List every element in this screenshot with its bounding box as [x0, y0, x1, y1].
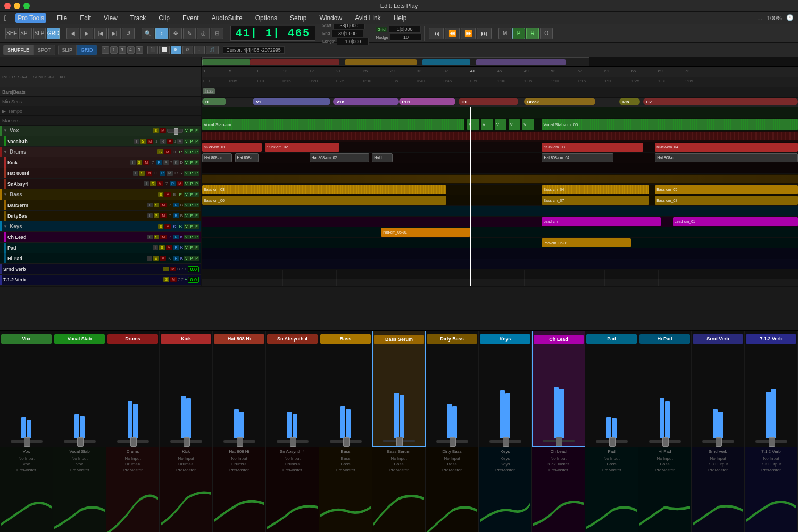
selector-tool-button[interactable]: ↕: [155, 28, 168, 39]
clip-vocal-v2[interactable]: V: [481, 119, 493, 130]
vox-pp-p2[interactable]: P: [194, 128, 199, 133]
section-pc1[interactable]: PC1: [399, 98, 455, 105]
close-button[interactable]: [4, 3, 11, 9]
keys-mute[interactable]: M: [164, 224, 171, 229]
kick-solo[interactable]: S: [137, 160, 143, 165]
kick-r[interactable]: R: [156, 160, 162, 165]
vocalstb-solo[interactable]: S: [140, 139, 146, 144]
vox-mute-button[interactable]: M: [160, 128, 166, 133]
db-pp-p[interactable]: P: [189, 213, 194, 218]
712-mute[interactable]: M: [170, 277, 177, 282]
grid-mode-button[interactable]: GRD: [47, 28, 60, 39]
vocalstb-v[interactable]: V: [177, 139, 183, 144]
nav-left-button[interactable]: ◀: [66, 28, 79, 39]
clip-nkick-01[interactable]: nKick-cm_01: [202, 143, 262, 152]
pd-pp-v[interactable]: V: [184, 245, 189, 250]
bass-pp-p[interactable]: P: [189, 192, 194, 197]
bse-pp-p2[interactable]: P: [194, 203, 199, 207]
section-c1[interactable]: C1: [459, 98, 518, 105]
sn-pp-p[interactable]: P: [189, 181, 194, 186]
hat-r[interactable]: R: [160, 171, 165, 176]
menu-view[interactable]: View: [102, 13, 120, 23]
rewind-button[interactable]: ⏪: [445, 28, 460, 39]
track-num-5[interactable]: 5: [136, 46, 143, 54]
menu-file[interactable]: File: [55, 13, 69, 23]
menu-event[interactable]: Event: [180, 13, 201, 23]
mixer-channel-vocal-stab[interactable]: Vocal Stab: [53, 331, 106, 447]
shuffle-small-button[interactable]: SHUFFLE: [4, 45, 34, 55]
track-row-drums-group[interactable]: ▼ Drums S M D P V P P: [0, 147, 201, 157]
bse-pp-p[interactable]: P: [189, 203, 194, 207]
vocalstb-pp-p2[interactable]: P: [194, 139, 199, 144]
shuffle-mode-button[interactable]: SHF: [5, 28, 18, 39]
track-num-3[interactable]: 3: [119, 46, 126, 54]
vocalstb-pp-v[interactable]: V: [184, 139, 189, 144]
monitor-b-button[interactable]: P: [512, 28, 525, 39]
drums-pp-p[interactable]: P: [189, 149, 194, 154]
hp-pp-p[interactable]: P: [189, 256, 194, 261]
pd-solo[interactable]: S: [159, 245, 165, 250]
bass-pp-p2[interactable]: P: [194, 192, 199, 197]
track-row-hat808hi[interactable]: Hat 808Hi I S M C R M 1 S 7 V P P: [0, 168, 201, 179]
nav-prev-button[interactable]: |◀: [94, 28, 107, 39]
tempo-arrow[interactable]: ▶: [2, 109, 6, 114]
drums-pp-p2[interactable]: P: [194, 149, 199, 154]
menu-audiosuite[interactable]: AudioSuite: [210, 13, 245, 23]
track-row-712verb[interactable]: 7.1.2 Verb S M 7 7 + 0.0: [0, 275, 201, 285]
pd-i[interactable]: I: [153, 245, 158, 250]
spot-mode-button[interactable]: SPT: [19, 28, 32, 39]
record-button[interactable]: R: [526, 28, 539, 39]
mixer-channel-vox[interactable]: Vox: [0, 331, 53, 447]
clip-lead-01[interactable]: Lead-cm_01: [673, 217, 798, 226]
nav-next-button[interactable]: ▶|: [108, 28, 121, 39]
hat-pp-v[interactable]: V: [184, 171, 189, 176]
keys-pp-v[interactable]: V: [184, 224, 189, 229]
hat-pp-p[interactable]: P: [189, 171, 194, 176]
ch-fader-9[interactable]: [489, 440, 521, 443]
hp-r[interactable]: R: [173, 256, 179, 261]
hat-i[interactable]: I: [133, 171, 138, 176]
clip-pad-05-01[interactable]: Pad-cm_05-01: [381, 228, 470, 237]
mixer-channel-7.1.2-verb[interactable]: 7.1.2 Verb: [745, 331, 798, 447]
scrubber-tool-button[interactable]: ◎: [197, 28, 210, 39]
zoom-tool-button[interactable]: 🔍: [142, 28, 154, 39]
clip-hat-04[interactable]: Hat t: [372, 153, 393, 162]
hat-m[interactable]: M: [167, 171, 173, 176]
ch-fader-13[interactable]: [702, 440, 734, 443]
slip-mode-button[interactable]: SLP: [33, 28, 46, 39]
keys-solo[interactable]: S: [158, 224, 164, 229]
menu-protools[interactable]: Pro Tools: [15, 13, 46, 23]
kick-pp-v[interactable]: V: [184, 160, 189, 165]
clip-dirtybass-08[interactable]: Bass-cm_08: [655, 196, 798, 205]
clip-vocal-stab-01[interactable]: Vocal Stab-cm: [202, 119, 464, 130]
clip-hat-06[interactable]: Hat 808-cm: [655, 153, 798, 162]
drums-mute[interactable]: M: [164, 149, 171, 154]
overview-timeline[interactable]: [202, 57, 798, 66]
clip-bass-03[interactable]: Bass-cm_03: [202, 185, 446, 194]
bse-r[interactable]: R: [173, 203, 179, 207]
track-row-bass-group[interactable]: ▼ Bass S M B P V P P: [0, 189, 201, 200]
ch-fader-0[interactable]: [11, 440, 43, 443]
kick-mute[interactable]: M: [143, 160, 149, 165]
ch-fader-14[interactable]: [755, 440, 787, 443]
menu-window[interactable]: Window: [317, 13, 344, 23]
hp-pp-p2[interactable]: P: [194, 256, 199, 261]
cl-i[interactable]: I: [147, 235, 153, 239]
track-row-dirtybas[interactable]: DirtyBas I S M 7 R B V P P: [0, 211, 201, 221]
mixer-channel-ch-lead[interactable]: Ch Lead: [532, 331, 585, 447]
cl-solo[interactable]: S: [154, 235, 160, 239]
section-i1[interactable]: I1: [202, 98, 226, 105]
apple-logo[interactable]: : [4, 14, 7, 22]
menu-avidlink[interactable]: Avid Link: [353, 13, 383, 23]
zoom-out-button[interactable]: ⬜: [159, 46, 170, 54]
fast-forward-button[interactable]: ⏩: [461, 28, 476, 39]
db-i[interactable]: I: [147, 213, 153, 218]
track-num-2[interactable]: 2: [110, 46, 118, 54]
bass-pp-v[interactable]: V: [184, 192, 189, 197]
cl-mute[interactable]: M: [160, 235, 167, 239]
ch-fader-12[interactable]: [649, 440, 681, 443]
cl-r[interactable]: R: [173, 235, 179, 239]
clip-pad-06-01[interactable]: Pad-cm_06-01: [542, 238, 631, 247]
vocalstb-r[interactable]: R: [160, 139, 166, 144]
kick-r2[interactable]: R: [163, 160, 169, 165]
